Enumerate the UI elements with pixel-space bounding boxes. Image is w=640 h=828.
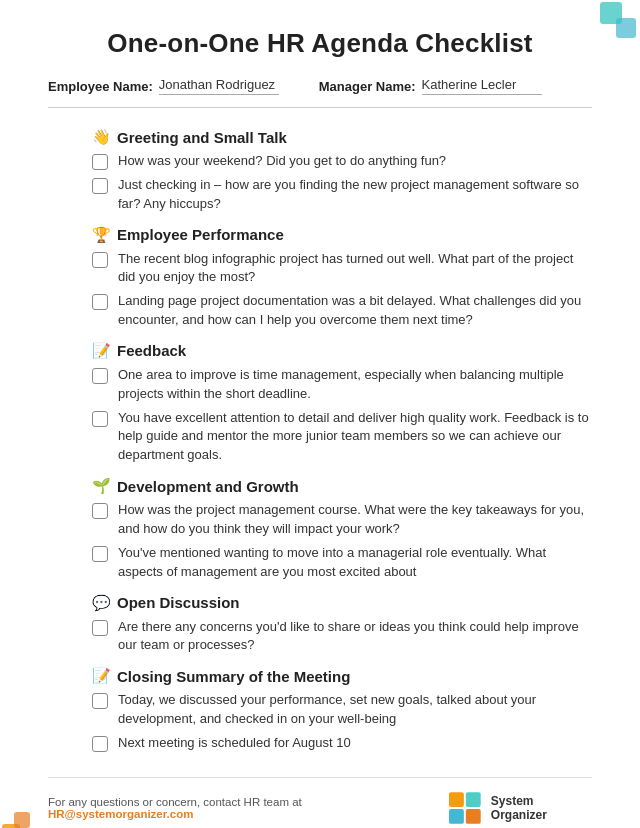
item-text-open-discussion-0: Are there any concerns you'd like to sha… [118,618,592,656]
employee-field: Employee Name: Jonathan Rodriguez [48,77,279,95]
section-emoji-greeting: 👋 [92,128,111,146]
item-text-performance-1: Landing page project documentation was a… [118,292,592,330]
checkbox-greeting-1[interactable] [92,178,108,194]
checklist-item: Next meeting is scheduled for August 10 [48,734,592,753]
item-text-closing-0: Today, we discussed your performance, se… [118,691,592,729]
checklist-item: Just checking in – how are you finding t… [48,176,592,214]
checkbox-performance-0[interactable] [92,252,108,268]
item-text-feedback-0: One area to improve is time management, … [118,366,592,404]
footer-email: HR@systemorganizer.com [48,808,193,820]
checkbox-feedback-0[interactable] [92,368,108,384]
manager-value: Katherine Lecler [422,77,542,95]
checklist-item: The recent blog infographic project has … [48,250,592,288]
item-text-greeting-0: How was your weekend? Did you get to do … [118,152,446,171]
checkbox-feedback-1[interactable] [92,411,108,427]
checklist-item: One area to improve is time management, … [48,366,592,404]
section-emoji-feedback: 📝 [92,342,111,360]
section-emoji-open-discussion: 💬 [92,594,111,612]
section-emoji-closing: 📝 [92,667,111,685]
checkbox-development-1[interactable] [92,546,108,562]
footer: For any questions or concern, contact HR… [48,777,592,826]
footer-text: For any questions or concern, contact HR… [48,796,447,820]
meta-row: Employee Name: Jonathan Rodriguez Manage… [48,77,592,108]
item-text-closing-1: Next meeting is scheduled for August 10 [118,734,351,753]
item-text-performance-0: The recent blog infographic project has … [118,250,592,288]
section-header-development: 🌱Development and Growth [48,477,592,495]
checklist-item: Are there any concerns you'd like to sha… [48,618,592,656]
checklist-item: How was the project management course. W… [48,501,592,539]
manager-label: Manager Name: [319,79,416,94]
brand-icon [447,790,483,826]
footer-brand: System Organizer [447,790,592,826]
item-text-feedback-1: You have excellent attention to detail a… [118,409,592,466]
page-title: One-on-One HR Agenda Checklist [48,28,592,59]
section-title-feedback: Feedback [117,342,186,359]
sections-container: 👋Greeting and Small TalkHow was your wee… [48,128,592,753]
section-header-feedback: 📝Feedback [48,342,592,360]
footer-prefix: For any questions or concern, contact HR… [48,796,302,808]
svg-rect-4 [449,792,464,807]
checkbox-closing-0[interactable] [92,693,108,709]
svg-rect-5 [466,792,481,807]
section-title-closing: Closing Summary of the Meeting [117,668,350,685]
section-title-greeting: Greeting and Small Talk [117,129,287,146]
section-header-performance: 🏆Employee Performance [48,226,592,244]
section-emoji-development: 🌱 [92,477,111,495]
section-title-open-discussion: Open Discussion [117,594,240,611]
checkbox-performance-1[interactable] [92,294,108,310]
section-header-open-discussion: 💬Open Discussion [48,594,592,612]
employee-label: Employee Name: [48,79,153,94]
brand-name: System Organizer [491,794,592,822]
checkbox-open-discussion-0[interactable] [92,620,108,636]
svg-rect-6 [449,809,464,824]
item-text-development-0: How was the project management course. W… [118,501,592,539]
section-header-greeting: 👋Greeting and Small Talk [48,128,592,146]
section-emoji-performance: 🏆 [92,226,111,244]
item-text-greeting-1: Just checking in – how are you finding t… [118,176,592,214]
checkbox-closing-1[interactable] [92,736,108,752]
checkbox-development-0[interactable] [92,503,108,519]
checkbox-greeting-0[interactable] [92,154,108,170]
section-title-development: Development and Growth [117,478,299,495]
checklist-item: Landing page project documentation was a… [48,292,592,330]
manager-field: Manager Name: Katherine Lecler [319,77,542,95]
checklist-item: How was your weekend? Did you get to do … [48,152,592,171]
item-text-development-1: You've mentioned wanting to move into a … [118,544,592,582]
checklist-item: You've mentioned wanting to move into a … [48,544,592,582]
section-title-performance: Employee Performance [117,226,284,243]
employee-value: Jonathan Rodriguez [159,77,279,95]
section-header-closing: 📝Closing Summary of the Meeting [48,667,592,685]
checklist-item: Today, we discussed your performance, se… [48,691,592,729]
checklist-item: You have excellent attention to detail a… [48,409,592,466]
svg-rect-7 [466,809,481,824]
